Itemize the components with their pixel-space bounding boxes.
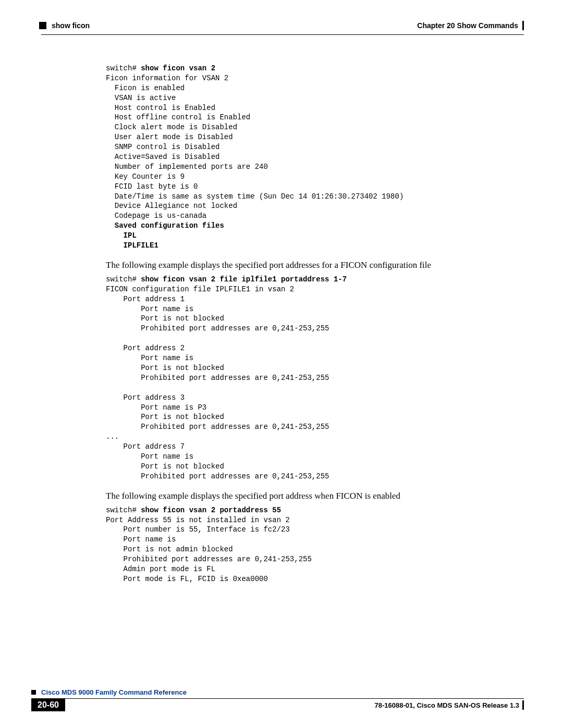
prompt: switch# — [106, 506, 141, 514]
page-number: 20-60 — [31, 699, 65, 711]
saved-config-header: Saved configuration files — [106, 221, 224, 230]
footer-title: Cisco MDS 9000 Family Command Reference — [41, 688, 187, 696]
code-block-1: switch# show ficon vsan 2 Ficon informat… — [106, 64, 519, 251]
header-vbar-icon — [522, 21, 524, 30]
footer-marker-icon — [31, 690, 36, 695]
output-lines: Ficon information for VSAN 2 Ficon is en… — [106, 74, 403, 220]
content-area: switch# show ficon vsan 2 Ficon informat… — [106, 64, 519, 584]
header-chapter: Chapter 20 Show Commands — [417, 21, 518, 30]
command: show ficon vsan 2 portaddress 55 — [141, 506, 281, 514]
footer-vbar-icon — [522, 700, 524, 710]
paragraph-2: The following example displays the speci… — [106, 491, 519, 501]
command: show ficon vsan 2 file iplfile1 portaddr… — [141, 275, 347, 283]
page-footer: Cisco MDS 9000 Family Command Reference … — [31, 688, 524, 711]
code-block-2: switch# show ficon vsan 2 file iplfile1 … — [106, 275, 519, 482]
command: show ficon vsan 2 — [141, 64, 215, 72]
code-block-3: switch# show ficon vsan 2 portaddress 55… — [106, 505, 519, 584]
header-section: show ficon — [52, 21, 90, 30]
output-lines: FICON configuration file IPLFILE1 in vsa… — [106, 285, 329, 480]
page-header: show ficon Chapter 20 Show Commands — [39, 21, 524, 30]
prompt: switch# — [106, 275, 141, 283]
header-divider — [41, 34, 524, 35]
release-info: 78-16088-01, Cisco MDS SAN-OS Release 1.… — [375, 701, 519, 709]
saved-config-items: IPL IPLFILE1 — [106, 231, 158, 250]
prompt: switch# — [106, 64, 141, 72]
paragraph-1: The following example displays the speci… — [106, 260, 519, 270]
output-lines: Port Address 55 is not installed in vsan… — [106, 516, 312, 583]
header-marker-icon — [39, 22, 46, 29]
